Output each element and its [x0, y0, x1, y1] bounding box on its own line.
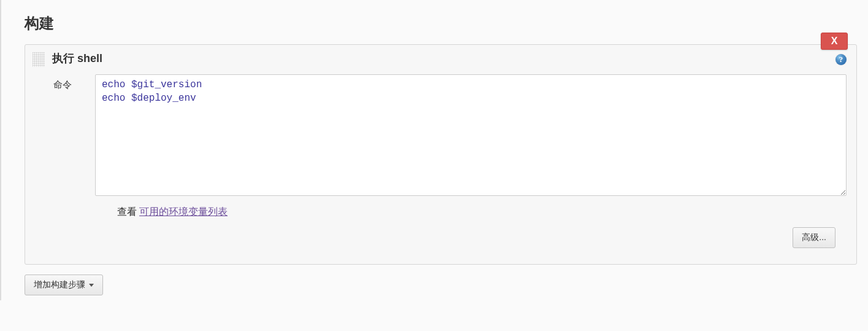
build-step-execute-shell: X 执行 shell ? 命令 echo $git_version echo $…	[25, 44, 857, 265]
advanced-row: 高级...	[25, 227, 856, 264]
section-title-build: 构建	[1, 0, 868, 44]
step-header: 执行 shell ?	[25, 45, 856, 73]
chevron-down-icon	[89, 284, 94, 287]
env-hint-prefix: 查看	[117, 206, 137, 219]
help-glyph: ?	[839, 55, 843, 64]
drag-handle-icon[interactable]	[33, 52, 45, 67]
env-hint-row: 查看 可用的环境变量列表	[25, 206, 856, 227]
add-step-row: 增加构建步骤	[25, 275, 857, 300]
env-variables-link[interactable]: 可用的环境变量列表	[139, 206, 228, 219]
page-root: 构建 X 执行 shell ? 命令 echo $git_version ech…	[0, 0, 868, 300]
add-build-step-button[interactable]: 增加构建步骤	[25, 275, 103, 295]
advanced-button-label: 高级...	[802, 232, 826, 243]
add-build-step-label: 增加构建步骤	[34, 279, 85, 290]
help-icon[interactable]: ?	[835, 54, 847, 65]
command-field-label: 命令	[53, 74, 86, 91]
step-body: 命令 echo $git_version echo $deploy_env	[25, 73, 856, 206]
command-textarea[interactable]: echo $git_version echo $deploy_env	[95, 74, 847, 196]
advanced-button[interactable]: 高级...	[793, 227, 835, 248]
step-title: 执行 shell	[52, 51, 835, 66]
